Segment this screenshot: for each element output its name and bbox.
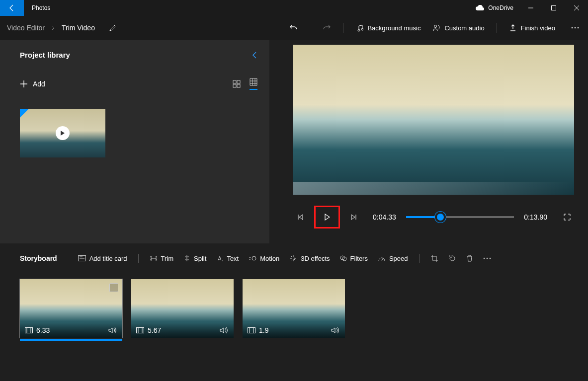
close-icon <box>574 5 579 10</box>
pencil-icon <box>109 24 117 32</box>
storyboard-title: Storyboard <box>20 254 57 262</box>
volume-icon[interactable] <box>331 327 340 334</box>
preview-panel: 0:04.33 0:13.90 <box>269 40 588 243</box>
clip-checkbox[interactable] <box>109 283 118 292</box>
custom-audio-button[interactable]: Custom audio <box>428 21 488 35</box>
ellipsis-icon <box>571 27 579 29</box>
speed-icon <box>378 255 386 262</box>
cloud-icon <box>475 5 484 11</box>
trim-icon <box>150 255 158 262</box>
svg-point-14 <box>486 258 488 259</box>
split-icon <box>183 255 190 262</box>
filters-icon <box>340 255 347 262</box>
chevron-left-icon <box>252 51 257 59</box>
motion-button[interactable]: Motion <box>247 253 281 264</box>
svg-point-10 <box>252 256 256 260</box>
ellipsis-icon <box>483 257 491 259</box>
used-indicator-icon <box>20 109 29 118</box>
storyboard-clip[interactable]: 1.9 <box>243 279 345 338</box>
finish-video-button[interactable]: Finish video <box>505 21 559 35</box>
svg-point-3 <box>575 27 576 29</box>
volume-icon[interactable] <box>220 327 229 334</box>
volume-icon[interactable] <box>108 327 117 334</box>
fullscreen-button[interactable] <box>560 210 574 224</box>
rotate-button[interactable] <box>446 252 458 264</box>
undo-button[interactable] <box>285 20 302 35</box>
play-button[interactable] <box>314 206 340 229</box>
trash-icon <box>466 254 473 262</box>
export-icon <box>509 24 517 32</box>
svg-rect-8 <box>237 84 240 87</box>
background-music-button[interactable]: Background music <box>351 21 424 35</box>
thumbnail-play-icon <box>56 126 70 140</box>
music-icon <box>355 24 363 32</box>
film-icon <box>248 327 255 333</box>
grid-large-view-button[interactable] <box>233 80 241 88</box>
breadcrumb-current: Trim Video <box>60 22 97 34</box>
breadcrumb-root[interactable]: Video Editor <box>5 22 47 34</box>
video-preview[interactable] <box>293 45 574 195</box>
step-back-icon <box>297 214 304 221</box>
filters-button[interactable]: Filters <box>338 253 370 264</box>
library-title: Project library <box>20 51 70 59</box>
grid-small-view-button[interactable] <box>250 78 257 90</box>
sparkle-icon <box>289 254 297 262</box>
collapse-library-button[interactable] <box>252 51 257 59</box>
svg-point-4 <box>578 27 579 29</box>
storyboard-clip[interactable]: 5.67 <box>131 279 234 338</box>
title-bar: Photos OneDrive <box>0 0 588 16</box>
svg-rect-7 <box>233 84 236 87</box>
onedrive-status[interactable]: OneDrive <box>475 4 513 11</box>
seek-slider[interactable] <box>406 216 514 218</box>
playback-controls: 0:04.33 0:13.90 <box>293 206 574 229</box>
storyboard-more-button[interactable] <box>481 255 493 261</box>
minimize-button[interactable] <box>519 0 542 16</box>
motion-icon <box>249 255 256 262</box>
add-title-card-button[interactable]: Add title card <box>76 253 129 264</box>
add-media-button[interactable]: Add <box>20 80 45 88</box>
svg-rect-17 <box>137 328 144 333</box>
delete-button[interactable] <box>464 252 475 264</box>
split-button[interactable]: Split <box>181 253 208 264</box>
expand-icon <box>563 213 571 221</box>
library-media-item[interactable] <box>20 109 105 157</box>
title-card-icon <box>78 255 86 261</box>
app-name: Photos <box>32 4 50 11</box>
crop-button[interactable] <box>428 252 440 264</box>
person-audio-icon <box>432 24 440 32</box>
rename-button[interactable] <box>105 21 121 35</box>
storyboard-panel: Storyboard Add title card Trim Split Tex… <box>0 243 588 338</box>
close-button[interactable] <box>565 0 588 16</box>
project-library-panel: Project library Add <box>0 40 269 243</box>
next-frame-button[interactable] <box>347 210 361 224</box>
text-button[interactable]: Text <box>214 253 241 264</box>
speed-button[interactable]: Speed <box>376 253 410 264</box>
3d-effects-button[interactable]: 3D effects <box>287 252 332 264</box>
minimize-icon <box>528 5 533 10</box>
back-button[interactable] <box>0 0 24 16</box>
redo-button[interactable] <box>318 20 335 35</box>
svg-rect-6 <box>237 80 240 83</box>
command-bar: Video Editor Trim Video Background music… <box>0 16 588 40</box>
more-button[interactable] <box>567 24 583 32</box>
arrow-left-icon <box>8 4 16 12</box>
crop-icon <box>430 254 438 262</box>
clip-duration: 5.67 <box>148 326 161 334</box>
svg-point-1 <box>434 25 437 28</box>
step-forward-icon <box>350 214 357 221</box>
film-icon <box>25 327 33 333</box>
current-time: 0:04.33 <box>373 213 396 221</box>
play-icon <box>324 214 330 221</box>
trim-button[interactable]: Trim <box>148 253 176 264</box>
grid-2x2-icon <box>233 80 241 88</box>
redo-icon <box>322 23 331 32</box>
svg-point-2 <box>572 27 573 29</box>
chevron-right-icon <box>51 25 56 30</box>
total-time: 0:13.90 <box>524 213 547 221</box>
undo-icon <box>289 23 298 32</box>
maximize-button[interactable] <box>542 0 565 16</box>
prev-frame-button[interactable] <box>293 210 307 224</box>
text-icon <box>216 255 223 262</box>
storyboard-clip[interactable]: 6.33 <box>20 279 122 338</box>
svg-rect-5 <box>233 80 236 83</box>
